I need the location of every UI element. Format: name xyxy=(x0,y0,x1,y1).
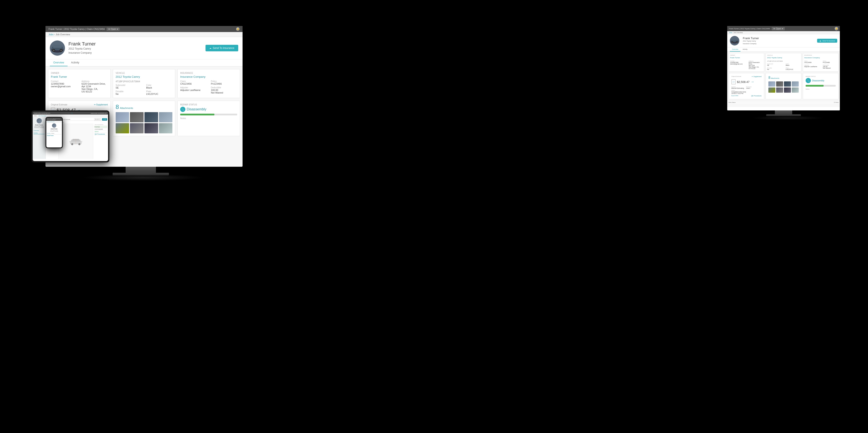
attachment-1[interactable] xyxy=(116,112,129,122)
qe-procedures-right[interactable]: QE Procedures xyxy=(751,95,762,97)
tablet-line-items: Labor Only Operations: Front Door 2.6 52… xyxy=(94,124,107,159)
right-owner-card: Owner Frank Turner Contact 1234567890 ow… xyxy=(728,53,764,72)
repair-stage-title: Disassembly xyxy=(187,107,207,111)
tablet-car-diagram xyxy=(58,124,93,159)
owner-card-label: Owner xyxy=(51,72,108,74)
chevron-down-icon: ▾ xyxy=(117,28,118,30)
right-header-status[interactable]: ✉ Open ▾ xyxy=(772,27,785,30)
right-jobs-link[interactable]: Jobs xyxy=(729,32,732,33)
parts-status-label: Parts Status xyxy=(728,102,736,103)
right-attachment-5[interactable] xyxy=(768,88,775,93)
phone-tab-overview[interactable]: Overview xyxy=(47,133,51,134)
right-monitor-shadow xyxy=(751,116,825,120)
header-title: Frank Turner | 2012 Toyota Camry | Claim… xyxy=(49,28,105,30)
phone-screen: Frank Turner | 2012 Toyota Camry SE | Cl… xyxy=(46,118,62,148)
progress-bar xyxy=(180,114,237,115)
attach-count: 8 xyxy=(116,103,119,110)
attachment-6[interactable] xyxy=(130,123,144,133)
supplement-link[interactable]: ✏ Supplement xyxy=(94,103,108,106)
right-attachment-3[interactable] xyxy=(784,82,791,87)
phone-tab-activity[interactable]: Activity xyxy=(52,133,54,134)
tablet-screen: repaircenter.mymitchell.com ← → ⟳ repair… xyxy=(33,112,108,161)
qe-procedures-link[interactable]: QE Procedures xyxy=(94,133,107,135)
attachment-7[interactable] xyxy=(145,123,158,133)
right-attachment-2[interactable] xyxy=(776,82,783,87)
tablet-locked-btn[interactable]: Locked xyxy=(102,118,107,121)
right-cloud-icon: ☁ xyxy=(819,40,821,42)
right-vehicle-card: Vehicle 2012 Toyota Camry 4T1BF1FKXCU573… xyxy=(766,53,801,72)
right-attachment-6[interactable] xyxy=(776,88,783,93)
attachments-grid xyxy=(116,112,173,133)
right-supplement-link[interactable]: ✏ Supplement xyxy=(752,76,762,78)
right-estimate-amount: $2,508.47 xyxy=(737,80,749,84)
right-breadcrumb: Jobs › Job Overview xyxy=(727,31,840,34)
vehicle-card: Vehicle 2012 Toyota Camry 4T1BF1FKXCU573… xyxy=(113,69,176,98)
header-status[interactable]: ✉ Open ▾ xyxy=(106,28,120,31)
insurance-company: Insurance Company xyxy=(68,51,96,55)
email-value: owner@gmail.com xyxy=(51,85,77,88)
parts-footer: Parts Status 72 Parts xyxy=(727,101,840,104)
cards-grid: Owner Frank Turner Contact 1234567890 ow… xyxy=(45,66,243,101)
tablet-tab-activity[interactable]: Activity xyxy=(34,132,44,134)
attachment-8[interactable] xyxy=(159,123,173,133)
right-vehicle-photo xyxy=(730,36,739,45)
right-attachment-4[interactable] xyxy=(792,82,799,87)
tablet-nav: Jobs › Job Overview xyxy=(33,115,108,117)
export-link[interactable]: Export RRR xyxy=(731,95,738,97)
tablet-sidebar: Frank Turner 2012 Toyota Camry Insurance… xyxy=(33,117,46,159)
hero-info: Frank Turner 2012 Toyota Camry Insurance… xyxy=(68,41,96,55)
tablet-device: repaircenter.mymitchell.com ← → ⟳ repair… xyxy=(31,111,110,162)
tab-overview[interactable]: Overview xyxy=(50,59,68,66)
right-customer-name: Frank Turner xyxy=(743,37,759,40)
attach-label: Attachments xyxy=(120,107,133,109)
envelope-icon: ✉ xyxy=(108,28,110,30)
phone-device: Frank Turner | 2012 Toyota Camry SE | Cl… xyxy=(45,117,63,148)
app-header: Frank Turner | 2012 Toyota Camry | Claim… xyxy=(45,26,243,32)
attachment-5[interactable] xyxy=(116,123,129,133)
right-chevron-icon: ▾ xyxy=(782,28,783,30)
monitor-shadow-main xyxy=(82,174,204,181)
right-send-to-insurance-button[interactable]: ☁ Send To Insurance xyxy=(817,39,837,43)
right-progress-bar xyxy=(806,85,836,87)
right-estimate-card: Original Estimate ✏ Supplement 📄 $2,508.… xyxy=(728,73,764,99)
right-attachment-7[interactable] xyxy=(784,88,791,93)
vin-value: 4T1BF1FKXCU573664 xyxy=(116,80,173,83)
phone-body: Frank Turner 2012 Toyota Camry Insurance… xyxy=(46,123,62,137)
svg-point-4 xyxy=(72,144,73,145)
right-attachments-card: 8 Attachments xyxy=(766,73,801,99)
right-attachment-8[interactable] xyxy=(792,88,799,93)
tablet-line-2: Front Door xyxy=(94,126,107,128)
monitor-stand-main xyxy=(126,167,156,173)
right-tab-activity[interactable]: Activity xyxy=(740,48,749,52)
svg-point-6 xyxy=(79,144,80,145)
right-envelope-icon: ✉ xyxy=(773,28,775,30)
tab-activity[interactable]: Activity xyxy=(68,59,83,66)
right-header-title: Frank Turner | 2012 Toyota Camry | Claim… xyxy=(729,28,770,30)
contact-value: 1234567890 xyxy=(51,83,77,85)
vehicle-card-label: Vehicle xyxy=(116,72,173,74)
bell-icon[interactable]: 🔔 xyxy=(236,27,240,31)
right-attachment-1[interactable] xyxy=(768,82,775,87)
hero-left: Frank Turner 2012 Toyota Camry Insurance… xyxy=(50,40,96,56)
phone-avatar xyxy=(52,123,56,128)
tablet-header: repaircenter.mymitchell.com ← → ⟳ repair… xyxy=(33,112,108,115)
right-tab-overview[interactable]: Overview xyxy=(730,48,740,52)
right-vehicle: 2012 Toyota Camry xyxy=(743,40,759,42)
right-doc-icon: 📄 xyxy=(731,79,736,85)
right-app-content: Frank Turner 2012 Toyota Camry Insurance… xyxy=(727,34,840,107)
svg-rect-7 xyxy=(69,142,71,143)
right-pencil-icon: ✏ xyxy=(752,76,753,77)
breadcrumb-jobs-link[interactable]: Jobs xyxy=(49,33,54,36)
attachment-3[interactable] xyxy=(145,112,158,122)
attachment-4[interactable] xyxy=(159,112,173,122)
phone-breadcrumb: Jobs Job Overview xyxy=(46,121,62,123)
send-to-insurance-button[interactable]: ☁ Send To Insurance xyxy=(206,45,238,51)
attachment-2[interactable] xyxy=(130,112,144,122)
right-repair-title: Disassembly xyxy=(812,80,825,82)
right-cards-grid: Owner Frank Turner Contact 1234567890 ow… xyxy=(727,52,840,73)
breadcrumb: Jobs › Job Overview xyxy=(45,32,243,37)
right-bell-icon[interactable]: 🔔 xyxy=(835,27,838,30)
tablet-body: Frank Turner 2012 Toyota Camry Insurance… xyxy=(33,117,108,159)
tablet-tab-overview[interactable]: Overview xyxy=(34,129,44,132)
right-company: Insurance Company xyxy=(743,42,759,45)
